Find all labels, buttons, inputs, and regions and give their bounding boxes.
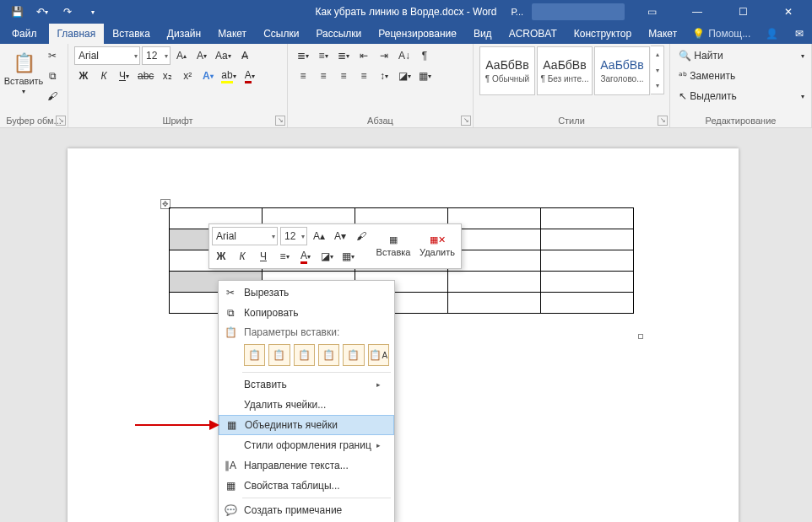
- cell[interactable]: [448, 250, 541, 272]
- grow-font-button[interactable]: A▴: [172, 46, 191, 65]
- ctx-cut[interactable]: ✂Вырезать: [219, 283, 394, 303]
- paste-opt-6[interactable]: 📋A: [368, 344, 389, 366]
- paste-opt-3[interactable]: 📋: [294, 344, 315, 366]
- tab-table-layout[interactable]: Макет: [640, 24, 685, 44]
- mini-underline[interactable]: Ч: [254, 247, 273, 266]
- cell[interactable]: [541, 208, 634, 229]
- tab-file[interactable]: Файл: [0, 24, 49, 44]
- show-marks-button[interactable]: ¶: [415, 46, 434, 65]
- mini-delete-button[interactable]: ▦✕ Удалить: [416, 227, 458, 264]
- underline-button[interactable]: Ч▾: [115, 67, 133, 85]
- paste-opt-1[interactable]: 📋: [244, 344, 265, 366]
- mini-insert-button[interactable]: ▦ Вставка: [372, 227, 414, 264]
- close-button[interactable]: ✕: [770, 0, 807, 24]
- tab-acrobat[interactable]: ACROBAT: [501, 24, 566, 44]
- paste-button[interactable]: 📋 Вставить ▾: [6, 46, 41, 100]
- cell[interactable]: [448, 272, 541, 293]
- ctx-merge-cells[interactable]: ▦Объединить ячейки: [219, 415, 394, 435]
- account-box[interactable]: [532, 3, 625, 20]
- align-left-button[interactable]: ≡: [294, 67, 312, 85]
- redo-button[interactable]: ↷: [58, 3, 77, 21]
- change-case-button[interactable]: Aa▾: [213, 46, 234, 65]
- font-color-button[interactable]: A▾: [241, 67, 259, 85]
- cut-button[interactable]: ✂: [43, 46, 62, 65]
- ctx-border-styles[interactable]: Стили оформления границ▸: [219, 435, 394, 455]
- replace-button[interactable]: ᵃᵇ Заменить: [676, 67, 807, 85]
- numbering-button[interactable]: ≡▾: [314, 46, 333, 65]
- multilevel-button[interactable]: ≣▾: [334, 46, 353, 65]
- format-painter-button[interactable]: 🖌: [43, 87, 62, 105]
- cell[interactable]: [541, 272, 634, 293]
- mini-format-painter[interactable]: 🖌: [352, 227, 371, 245]
- paragraph-launcher[interactable]: ↘: [461, 116, 471, 126]
- ctx-insert[interactable]: Вставить▸: [219, 374, 394, 395]
- undo-button[interactable]: ↶▾: [33, 3, 51, 21]
- line-spacing-button[interactable]: ↕▾: [375, 67, 393, 85]
- mini-font-color[interactable]: A▾: [296, 247, 315, 266]
- share-button[interactable]: 👤: [757, 24, 787, 44]
- text-effects-button[interactable]: A▾: [198, 67, 217, 85]
- italic-button[interactable]: К: [95, 67, 113, 85]
- maximize-button[interactable]: ☐: [724, 0, 761, 24]
- ctx-text-direction[interactable]: ∥AНаправление текста...: [219, 455, 394, 476]
- subscript-button[interactable]: x₂: [158, 67, 176, 85]
- styles-launcher[interactable]: ↘: [658, 116, 668, 126]
- paste-opt-5[interactable]: 📋: [343, 344, 364, 366]
- ctx-table-properties[interactable]: ▦Свойства таблицы...: [219, 476, 394, 496]
- mini-bold[interactable]: Ж: [212, 247, 230, 266]
- tab-home[interactable]: Главная: [49, 24, 105, 44]
- cell[interactable]: [541, 250, 634, 272]
- indent-button[interactable]: ⇥: [375, 46, 393, 65]
- paste-opt-4[interactable]: 📋: [318, 344, 339, 366]
- cell[interactable]: [448, 208, 541, 229]
- mini-borders[interactable]: ▦▾: [338, 247, 357, 266]
- font-size-combo[interactable]: 12: [142, 46, 171, 65]
- mini-font-combo[interactable]: Arial: [212, 227, 278, 245]
- style-heading1[interactable]: АаБбВв Заголово...: [594, 46, 650, 95]
- strike-button[interactable]: abc: [135, 67, 156, 85]
- mini-grow-font[interactable]: A▴: [310, 227, 328, 245]
- tell-me[interactable]: 💡Помощ...: [692, 24, 750, 44]
- cell[interactable]: [448, 229, 541, 250]
- outdent-button[interactable]: ⇤: [355, 46, 373, 65]
- shrink-font-button[interactable]: A▾: [192, 46, 211, 65]
- mini-shrink-font[interactable]: A▾: [331, 227, 349, 245]
- cell[interactable]: [541, 293, 634, 314]
- save-button[interactable]: 💾: [8, 3, 26, 21]
- shading-button[interactable]: ◪▾: [395, 67, 414, 85]
- clipboard-launcher[interactable]: ↘: [56, 116, 66, 126]
- font-name-combo[interactable]: Arial: [74, 46, 140, 65]
- tab-design[interactable]: Дизайн: [159, 24, 209, 44]
- styles-gallery-more[interactable]: ▴▾▾: [651, 46, 664, 94]
- find-button[interactable]: 🔍 Найти▾: [676, 46, 807, 65]
- table-resize-handle[interactable]: [638, 334, 643, 339]
- tab-references[interactable]: Ссылки: [255, 24, 307, 44]
- tab-table-design[interactable]: Конструктор: [566, 24, 640, 44]
- align-center-button[interactable]: ≡: [314, 67, 333, 85]
- font-launcher[interactable]: ↘: [275, 116, 285, 126]
- help-button[interactable]: ✉: [787, 24, 812, 44]
- select-button[interactable]: ↖ Выделить▾: [676, 87, 807, 105]
- ctx-new-comment[interactable]: 💬Создать примечание: [219, 500, 394, 520]
- clear-format-button[interactable]: A̶: [235, 46, 254, 65]
- document-area[interactable]: ✥: [0, 128, 812, 522]
- bullets-button[interactable]: ≣▾: [294, 46, 312, 65]
- tab-layout[interactable]: Макет: [209, 24, 255, 44]
- style-nospacing[interactable]: АаБбВв ¶ Без инте...: [537, 46, 593, 95]
- justify-button[interactable]: ≡: [355, 67, 373, 85]
- copy-button[interactable]: ⧉: [43, 67, 62, 85]
- tab-view[interactable]: Вид: [465, 24, 501, 44]
- mini-align[interactable]: ≡▾: [275, 247, 294, 266]
- account-label[interactable]: Р...: [512, 7, 523, 17]
- ribbon-options-button[interactable]: ▭: [633, 0, 670, 24]
- mini-italic[interactable]: К: [233, 247, 252, 266]
- tab-insert[interactable]: Вставка: [104, 24, 159, 44]
- ctx-delete-cells[interactable]: Удалить ячейки...: [219, 395, 394, 415]
- align-right-button[interactable]: ≡: [334, 67, 353, 85]
- qat-customize[interactable]: ▾: [84, 3, 102, 21]
- page[interactable]: ✥: [68, 148, 739, 522]
- cell[interactable]: [541, 229, 634, 250]
- highlight-button[interactable]: ab▾: [219, 67, 238, 85]
- minimize-button[interactable]: ―: [679, 0, 716, 24]
- ctx-copy[interactable]: ⧉Копировать: [219, 303, 394, 323]
